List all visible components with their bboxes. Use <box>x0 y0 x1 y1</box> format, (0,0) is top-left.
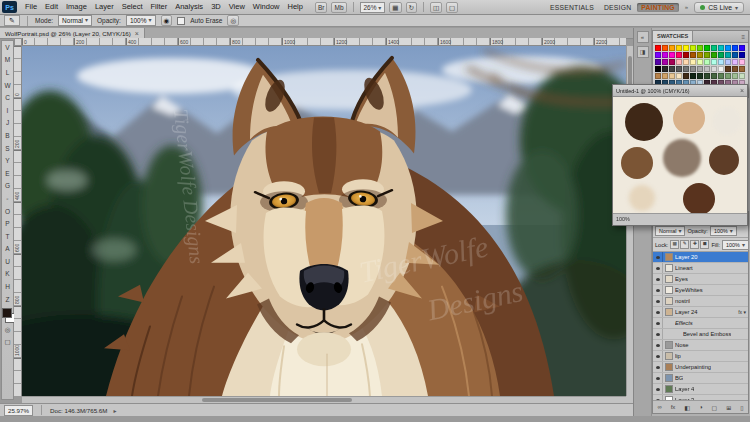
layer-effects-badge[interactable]: fx ▾ <box>738 309 748 315</box>
tool-dodge[interactable]: O <box>2 205 13 218</box>
swatch[interactable] <box>739 52 745 58</box>
swatch[interactable] <box>697 45 703 51</box>
layer-visibility-toggle[interactable] <box>653 307 663 317</box>
layer-row[interactable]: BG fx ▾ <box>653 373 748 384</box>
swatch[interactable] <box>655 73 661 79</box>
arrange-documents-button[interactable]: ◫ <box>430 2 442 13</box>
swatch[interactable] <box>669 59 675 65</box>
adjustment-layer-icon[interactable]: ◑ <box>699 404 703 410</box>
status-menu-arrow[interactable]: ▸ <box>113 407 116 414</box>
swatch[interactable] <box>669 66 675 72</box>
palette-document-window[interactable]: Untitled-1 @ 100% (CMYK/16) × 100% <box>612 84 748 226</box>
swatch[interactable] <box>739 45 745 51</box>
scrollbar-thumb[interactable] <box>202 398 352 402</box>
tool-move[interactable]: V <box>2 41 13 54</box>
swatch[interactable] <box>739 66 745 72</box>
swatch[interactable] <box>732 52 738 58</box>
layer-row[interactable]: Layer 20 fx ▾ <box>653 252 748 263</box>
layer-row[interactable]: Layer 4 fx ▾ <box>653 384 748 395</box>
swatch[interactable] <box>718 52 724 58</box>
layer-mask-icon[interactable]: ◧ <box>684 404 690 411</box>
foreground-color-swatch[interactable] <box>2 308 12 318</box>
tool-path-selection[interactable]: A <box>2 243 13 256</box>
swatch[interactable] <box>655 59 661 65</box>
tool-eraser[interactable]: E <box>2 167 13 180</box>
swatch[interactable] <box>683 59 689 65</box>
workspace-design[interactable]: DESIGN <box>600 3 635 12</box>
layer-visibility-toggle[interactable] <box>653 252 663 262</box>
rotate-view-button[interactable]: ↻ <box>406 2 417 13</box>
swatch[interactable] <box>704 66 710 72</box>
cs-live-button[interactable]: CS Live ▾ <box>694 2 744 13</box>
layer-row[interactable]: Bevel and Emboss fx ▾ <box>653 329 748 340</box>
layer-row[interactable]: EyeWhites fx ▾ <box>653 285 748 296</box>
blend-mode-select[interactable]: Normal▾ <box>58 15 92 26</box>
swatch[interactable] <box>704 45 710 51</box>
collapse-dock-icon[interactable]: « <box>637 31 649 43</box>
layer-row[interactable]: Lineart fx ▾ <box>653 263 748 274</box>
swatch[interactable] <box>697 52 703 58</box>
layer-visibility-toggle[interactable] <box>653 373 663 383</box>
lock-position-icon[interactable]: ✚ <box>690 240 699 249</box>
swatch[interactable] <box>739 59 745 65</box>
layer-thumbnail[interactable] <box>665 341 673 349</box>
layer-thumbnail[interactable] <box>665 374 673 382</box>
layer-row[interactable]: Effects fx ▾ <box>653 318 748 329</box>
tool-crop[interactable]: C <box>2 91 13 104</box>
menu-layer[interactable]: Layer <box>91 0 118 14</box>
tool-type[interactable]: T <box>2 230 13 243</box>
swatch[interactable] <box>662 66 668 72</box>
swatch[interactable] <box>732 45 738 51</box>
ruler-origin[interactable] <box>14 38 22 46</box>
vertical-ruler[interactable]: 020040060080010001200 <box>14 46 22 396</box>
swatch[interactable] <box>676 73 682 79</box>
layer-thumbnail[interactable] <box>665 253 673 261</box>
layer-visibility-toggle[interactable] <box>653 329 663 339</box>
palette-canvas[interactable] <box>613 97 747 213</box>
close-icon[interactable]: × <box>135 30 139 37</box>
tool-history-brush[interactable]: Y <box>2 154 13 167</box>
tool-shape[interactable]: U <box>2 255 13 268</box>
swatch[interactable] <box>711 59 717 65</box>
swatch[interactable] <box>711 52 717 58</box>
menu-select[interactable]: Select <box>118 0 147 14</box>
layer-opacity-select[interactable]: 100%▾ <box>710 226 737 236</box>
layer-blend-mode-select[interactable]: Normal▾ <box>655 226 685 236</box>
tool-blur[interactable]: ◦ <box>2 192 13 205</box>
swatch[interactable] <box>662 52 668 58</box>
swatch[interactable] <box>725 66 731 72</box>
layer-row[interactable]: Nose fx ▾ <box>653 340 748 351</box>
menu-image[interactable]: Image <box>62 0 91 14</box>
swatch[interactable] <box>669 45 675 51</box>
auto-erase-checkbox[interactable] <box>177 17 185 25</box>
layer-thumbnail[interactable] <box>665 385 673 393</box>
swatch[interactable] <box>704 59 710 65</box>
swatch[interactable] <box>690 45 696 51</box>
swatch[interactable] <box>690 59 696 65</box>
menu-window[interactable]: Window <box>249 0 284 14</box>
layer-visibility-toggle[interactable] <box>653 263 663 273</box>
swatch[interactable] <box>711 45 717 51</box>
layer-visibility-toggle[interactable] <box>653 351 663 361</box>
swatch[interactable] <box>704 52 710 58</box>
menu-help[interactable]: Help <box>284 0 307 14</box>
swatch[interactable] <box>718 73 724 79</box>
chevron-down-icon[interactable]: » <box>685 4 688 10</box>
layer-thumbnail[interactable] <box>665 264 673 272</box>
swatch[interactable] <box>690 73 696 79</box>
layer-thumbnail[interactable] <box>665 275 673 283</box>
layer-style-icon[interactable]: fx <box>671 404 676 410</box>
tool-pen[interactable]: P <box>2 217 13 230</box>
swatch[interactable] <box>690 52 696 58</box>
panel-icon[interactable]: ◨ <box>637 46 649 58</box>
menu-view[interactable]: View <box>225 0 249 14</box>
swatch[interactable] <box>718 66 724 72</box>
tool-hand[interactable]: H <box>2 280 13 293</box>
lock-pixels-icon[interactable]: ✎ <box>680 240 689 249</box>
swatch[interactable] <box>718 59 724 65</box>
panel-menu-icon[interactable]: ≡ <box>741 34 748 40</box>
swatch[interactable] <box>711 66 717 72</box>
horizontal-scrollbar[interactable] <box>22 396 626 403</box>
layer-fill-select[interactable]: 100%▾ <box>722 240 749 250</box>
layer-visibility-toggle[interactable] <box>653 362 663 372</box>
